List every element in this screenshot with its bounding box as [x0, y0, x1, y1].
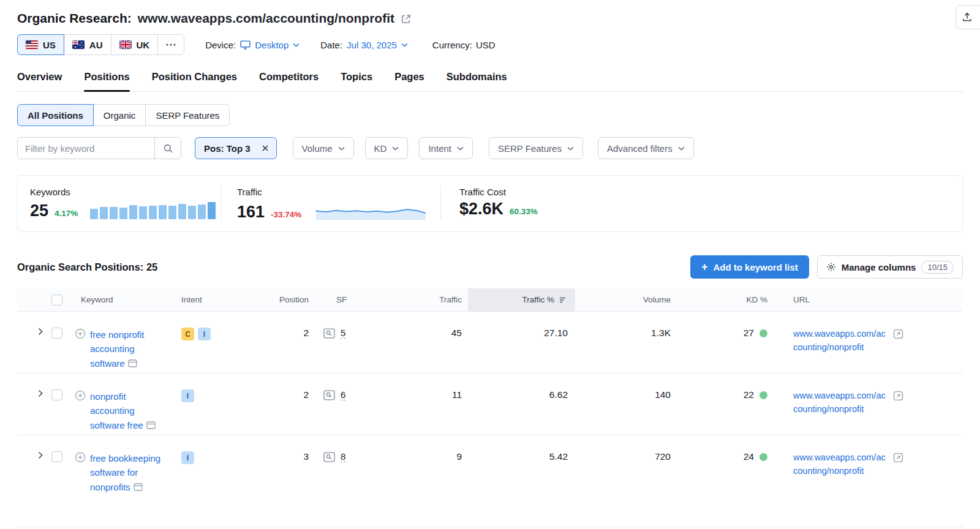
intent-filter-dropdown[interactable]: Intent [419, 137, 473, 159]
intent-badge-informational: I [198, 328, 211, 340]
serp-features-preview-icon[interactable] [323, 390, 335, 400]
tab-pages[interactable]: Pages [394, 71, 424, 91]
organic-research-page: Organic Research: www.waveapps.com/accou… [0, 0, 980, 529]
page-title: Organic Research: [17, 11, 132, 26]
result-url-link[interactable]: www.waveapps.com/ac counting/nonprofit [793, 389, 886, 416]
header-intent[interactable]: Intent [176, 288, 254, 311]
row-checkbox[interactable] [51, 451, 62, 462]
table-header-row: Keyword Intent Position SF Traffic Traff… [17, 288, 963, 312]
report-tabs: Overview Positions Position Changes Comp… [17, 71, 963, 92]
dropdown-label: Volume [302, 143, 333, 154]
sf-count-link[interactable]: 8 [341, 451, 345, 462]
header-url[interactable]: URL [767, 288, 963, 311]
search-button[interactable] [154, 138, 181, 159]
expand-row-button[interactable] [17, 435, 49, 459]
serp-snapshot-icon[interactable] [128, 357, 137, 371]
export-button[interactable] [956, 5, 980, 29]
position-filter-chip[interactable]: Pos: Top 3 [195, 137, 277, 159]
pill-organic[interactable]: Organic [93, 104, 146, 126]
traffic-cost-label: Traffic Cost [459, 187, 538, 197]
traffic-pct-value: 6.62 [468, 373, 575, 400]
pill-serp-features[interactable]: SERP Features [145, 104, 230, 126]
expand-row-button[interactable] [17, 312, 49, 336]
open-url-external-icon[interactable] [893, 452, 903, 463]
tab-position-changes[interactable]: Position Changes [152, 71, 237, 91]
traffic-cost-value: $2.6K [459, 201, 503, 217]
columns-count-badge: 10/15 [921, 261, 954, 274]
manage-columns-button[interactable]: Manage columns 10/15 [817, 255, 963, 279]
gear-icon [826, 262, 836, 272]
row-checkbox[interactable] [51, 328, 62, 339]
header-sf[interactable]: SF [315, 288, 388, 311]
header-kd[interactable]: KD % [673, 288, 767, 311]
header-traffic-pct[interactable]: Traffic % [468, 288, 575, 311]
header-traffic-pct-label: Traffic % [522, 295, 554, 304]
serp-features-preview-icon[interactable] [323, 452, 335, 462]
keyword-link[interactable]: free bookkeeping software for nonprofits [90, 451, 164, 495]
us-flag-icon [26, 40, 38, 49]
country-tab-uk[interactable]: UK [111, 34, 159, 55]
tab-overview[interactable]: Overview [17, 71, 62, 91]
tab-positions[interactable]: Positions [84, 71, 129, 91]
toolbar: US AU UK Device: [17, 34, 963, 55]
header-keyword[interactable]: Keyword [71, 288, 176, 311]
traffic-card: Traffic 161 -33.74% [221, 186, 440, 220]
serp-snapshot-icon[interactable] [134, 481, 143, 495]
add-keyword-icon[interactable] [75, 452, 86, 495]
open-url-external-icon[interactable] [893, 329, 903, 339]
chevron-down-icon [678, 146, 685, 151]
keywords-card: Keywords 25 4.17% [18, 186, 221, 220]
traffic-pct-value: 5.42 [468, 435, 575, 462]
url-line-2: counting/nonprofit [793, 404, 864, 414]
expand-row-button[interactable] [17, 373, 49, 397]
tab-subdomains[interactable]: Subdomains [447, 71, 507, 91]
result-url-link[interactable]: www.waveapps.com/ac counting/nonprofit [793, 451, 886, 478]
url-line-2: counting/nonprofit [793, 342, 864, 352]
kd-filter-dropdown[interactable]: KD [365, 137, 409, 159]
add-keyword-icon[interactable] [75, 328, 86, 371]
tab-topics[interactable]: Topics [341, 71, 372, 91]
serp-snapshot-icon[interactable] [146, 419, 156, 433]
table-row: free nonprofit accounting software C I 2… [17, 312, 963, 373]
url-line-1: www.waveapps.com/ac [793, 329, 886, 339]
close-icon [262, 144, 269, 152]
add-keyword-icon[interactable] [75, 390, 86, 433]
chevron-right-icon [38, 451, 43, 459]
volume-filter-dropdown[interactable]: Volume [293, 137, 354, 159]
serp-features-filter-dropdown[interactable]: SERP Features [489, 137, 583, 159]
remove-filter-button[interactable] [254, 138, 276, 159]
traffic-value: 9 [388, 435, 468, 462]
more-countries-button[interactable] [157, 34, 184, 55]
sf-count-link[interactable]: 5 [341, 328, 345, 339]
header-position[interactable]: Position [254, 288, 315, 311]
external-link-icon[interactable] [401, 13, 412, 24]
add-to-keyword-list-button[interactable]: + Add to keyword list [690, 255, 809, 279]
country-tab-us[interactable]: US [17, 34, 64, 55]
currency-display: Currency: USD [432, 40, 496, 50]
serp-features-preview-icon[interactable] [323, 328, 335, 339]
result-url-link[interactable]: www.waveapps.com/ac counting/nonprofit [793, 328, 886, 355]
filter-bar: Pos: Top 3 Volume KD Intent SERP Feature… [17, 137, 963, 159]
header-traffic[interactable]: Traffic [388, 288, 468, 311]
table-title-text: Organic Search Positions: [17, 261, 143, 272]
keyword-link[interactable]: free nonprofit accounting software [90, 328, 164, 371]
chevron-down-icon [457, 146, 464, 151]
traffic-change: -33.74% [271, 210, 301, 220]
header-volume[interactable]: Volume [575, 288, 673, 311]
select-all-checkbox[interactable] [51, 295, 62, 306]
country-tab-au[interactable]: AU [64, 34, 111, 55]
advanced-filters-dropdown[interactable]: Advanced filters [598, 137, 694, 159]
pill-all-positions[interactable]: All Positions [17, 104, 94, 126]
keyword-filter-input[interactable] [18, 138, 154, 159]
kd-value: 27 [744, 328, 754, 339]
sf-count-link[interactable]: 6 [341, 389, 345, 400]
row-checkbox[interactable] [51, 389, 62, 400]
open-url-external-icon[interactable] [893, 391, 903, 401]
country-label: UK [137, 40, 150, 50]
device-selector[interactable]: Device: Desktop [205, 40, 300, 50]
country-label: AU [89, 40, 103, 50]
tab-competitors[interactable]: Competitors [259, 71, 318, 91]
keyword-link[interactable]: nonprofit accounting software free [90, 389, 164, 433]
analyzed-domain: www.waveapps.com/accounting/nonprofit [138, 11, 394, 26]
date-selector[interactable]: Date: Jul 30, 2025 [320, 40, 408, 50]
